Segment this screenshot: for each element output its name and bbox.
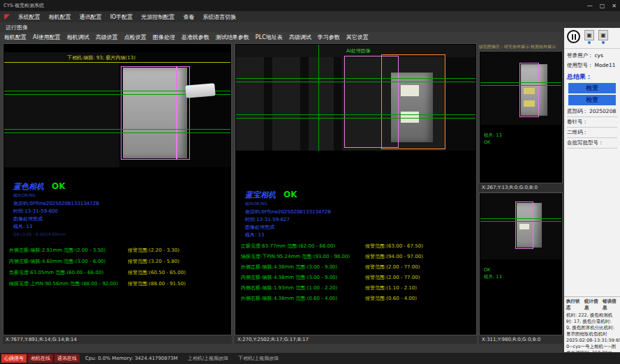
qr-code-label: 二维码： xyxy=(567,129,588,136)
login-user-label: 登录用户： xyxy=(567,52,593,59)
right-result-subtitle: 输出OK/NG xyxy=(245,201,331,207)
toolbar-item[interactable]: AI使用配置 xyxy=(33,33,61,41)
stats-line: 2025:02:08-13:31:59:65 xyxy=(566,338,618,344)
left-barcode: 底部码:0Ffline2025020813313472B xyxy=(13,200,99,208)
left-extra: Q9:(3.00 - 6.00)|4.60mm xyxy=(13,231,99,237)
minimize-button[interactable]: — xyxy=(587,3,593,9)
measurement-value: 隔膜宽度-上PIN:90.56mm 范围:(88.00 - 92.00) xyxy=(9,280,128,287)
status-badges: 心跳信号相机在线通讯在线 xyxy=(1,354,80,363)
measurement-row: 外侧正极-隔膜:4.38mm 范围:(3.00 - 9.00) 报警范围:(2.… xyxy=(241,264,473,271)
status-badge: 通讯在线 xyxy=(54,354,80,363)
measure-line-green xyxy=(236,82,475,82)
machine-background xyxy=(334,45,342,151)
camera-2-status-dot xyxy=(602,41,605,44)
window-controls: — □ ✕ xyxy=(587,3,617,9)
measurement-value: 负极宽度:63.05mm 范围:(60.00 - 66.00) xyxy=(9,269,128,276)
toolbar-item[interactable]: 其它设置 xyxy=(346,33,369,41)
measurement-value: 内侧右极-隔膜:1.93mm 范围:(1.00 - 2.20) xyxy=(241,285,365,291)
right-barcode: 底部码:0Ffline2025020813313472B xyxy=(245,208,331,216)
yellow-reference-line xyxy=(4,62,230,63)
maximize-button[interactable]: □ xyxy=(600,3,605,9)
left-process-status: 图像处理完成 xyxy=(13,215,99,223)
toolbar-item[interactable]: 图像处理 xyxy=(153,33,175,41)
upper-camera-fault-text: 上相机/上视频故障 xyxy=(188,355,228,362)
pause-icon xyxy=(575,34,576,40)
pause-button[interactable] xyxy=(567,30,580,43)
model-label: 使用型号： xyxy=(567,62,593,69)
camera-1-thumbnail-button[interactable]: ▣ xyxy=(584,30,594,40)
left-camera-panel: 下相机-隔膜: 93; 极片内隔(13) 蓝色相机 OK 输出OK/NG 底部码… xyxy=(3,43,232,335)
stats-line: 机时: 222, 换包检测机 xyxy=(566,312,618,319)
toolbar-item[interactable]: 基准线参数 xyxy=(182,33,209,41)
title-bar: CYS-视觉检测系统 — □ ✕ xyxy=(0,0,620,11)
pause-icon xyxy=(572,34,573,40)
left-coords-strip: X:7677,Y:891;R:14;G:14;B:14 xyxy=(3,335,232,344)
measurement-value: 外侧正极-隔膜:4.38mm 范围:(3.00 - 9.00) xyxy=(241,264,365,271)
tab-run-image[interactable]: 运行图像 xyxy=(6,24,28,31)
measurement-value: 隔膜宽度-下PIN:95.24mm 范围:(93.00 - 98.00) xyxy=(241,253,365,260)
measurement-value: 内侧左极-隔膜:4.38mm 范围:(3.00 - 9.00) xyxy=(241,274,365,281)
right-coords-strip: X:270,Y:2502;R:17;G:17;B:17 xyxy=(235,335,477,344)
toolbar-item[interactable]: 相机配置 xyxy=(4,33,27,41)
measure-line-green xyxy=(236,78,475,79)
machine-background xyxy=(300,45,309,151)
right-overlay-title: AI处理图像 xyxy=(346,47,371,54)
model-value: Mode11 xyxy=(595,62,616,69)
menu-item[interactable]: 系统配置 xyxy=(18,13,40,21)
measure-line-green xyxy=(480,218,561,219)
left-cursor-coords: X:7677,Y:891;R:14;G:14;B:14 xyxy=(6,337,77,342)
total-result-label: 总结果： xyxy=(567,73,617,82)
right-mold: 模具: 13 xyxy=(245,232,331,239)
measurement-row: 隔膜宽度-上PIN:90.56mm 范围:(88.00 - 92.00) 报警范… xyxy=(9,280,228,287)
bottom-code-label: 底部码： xyxy=(567,108,588,115)
toolbar-item[interactable]: 测试结果参数 xyxy=(216,33,249,41)
menu-item[interactable]: 系统语言切换 xyxy=(202,13,236,21)
stats-tab[interactable]: 统计信息 xyxy=(584,298,600,311)
total-result-box-2: 检查 xyxy=(568,95,616,105)
measure-line-green xyxy=(480,221,561,222)
menu-item[interactable]: 光源控制配置 xyxy=(141,13,175,21)
small-camera-image-1[interactable] xyxy=(480,52,561,125)
close-button[interactable]: ✕ xyxy=(612,3,617,9)
roi-box-pink xyxy=(121,66,177,160)
right-camera-image[interactable]: AI处理图像 xyxy=(236,45,475,151)
left-camera-image[interactable]: 下相机-隔膜: 93; 极片内隔(13) xyxy=(4,52,230,167)
menu-item[interactable]: 查看 xyxy=(183,13,194,21)
stats-tab[interactable]: 错误信息 xyxy=(603,298,618,311)
small-1-coords-strip: X:267;Y:13;R:0;G:0;B:0 xyxy=(479,183,563,192)
status-badge: 心跳信号 xyxy=(1,354,27,363)
toolbar-item[interactable]: PLC地址表 xyxy=(256,33,283,41)
stats-line: 0, 换包图算机分比机时: xyxy=(566,325,618,331)
toolbar-item[interactable]: 点检设置 xyxy=(124,33,147,41)
measurement-row: 内侧左极-隔膜:4.60mm 范围:(3.00 - 6.00) 报警范围:(3.… xyxy=(9,258,228,265)
needle-number-label: 卷针号： xyxy=(567,119,588,126)
menu-bar: ◤ 系统配置 相机配置 通讯配置 IO手配置 光源控制配置 查看 系统语言切换 xyxy=(0,11,620,22)
defect-views-header: 缺陷图像区：研究画布展示·检测画布展示 xyxy=(479,43,563,50)
toolbar-item[interactable]: 高级设置 xyxy=(96,33,118,41)
left-time: 时间:13-31-59-600 xyxy=(13,208,99,215)
toolbar: 相机配置 AI使用配置 相机调试 高级设置 点检设置 图像处理 基准线参数 测试… xyxy=(0,32,559,42)
measure-vline-green xyxy=(318,45,319,151)
bottom-code-value: 20250208 xyxy=(589,108,616,115)
small-2-coords-strip: X:311;Y:980;R:0;G:0;B:0 xyxy=(479,335,563,344)
menu-item[interactable]: IO手配置 xyxy=(110,13,133,21)
menu-item[interactable]: 相机配置 xyxy=(49,13,71,21)
toolbar-item[interactable]: 学习参数 xyxy=(318,33,340,41)
tab-highlight xyxy=(524,100,535,107)
toolbar-item[interactable]: 相机调试 xyxy=(67,33,89,41)
machine-background xyxy=(445,45,475,151)
batch-model-label: 合批写批型号： xyxy=(567,139,604,146)
small-camera-image-2[interactable] xyxy=(480,193,561,259)
stats-line: 像处理机时: 258.09m xyxy=(566,350,618,352)
session-fields: 登录用户： cys 使用型号： Mode11 总结果： 检查 检查 底部码： 2… xyxy=(564,49,620,151)
right-time: 时间:13-31-59-627 xyxy=(245,216,331,224)
right-result-status: OK xyxy=(283,190,297,199)
toolbar-item[interactable]: 高级调试 xyxy=(289,33,311,41)
stats-tab[interactable]: 执行状态 xyxy=(566,298,582,311)
measurement-row: 负极宽度:63.05mm 范围:(60.00 - 66.00) 报警范围:(60… xyxy=(9,269,228,276)
measurement-row: 外侧右极-隔膜:4.38mm 范围:(0.60 - 4.00) 报警范围:(0.… xyxy=(241,295,473,302)
menu-item[interactable]: 通讯配置 xyxy=(80,13,102,21)
small-camera-panel-2: OK模具: 13 xyxy=(479,192,563,335)
right-cursor-coords: X:270,Y:2502;R:17;G:17;B:17 xyxy=(237,337,309,342)
camera-2-thumbnail-button[interactable]: ▣ xyxy=(598,30,608,40)
